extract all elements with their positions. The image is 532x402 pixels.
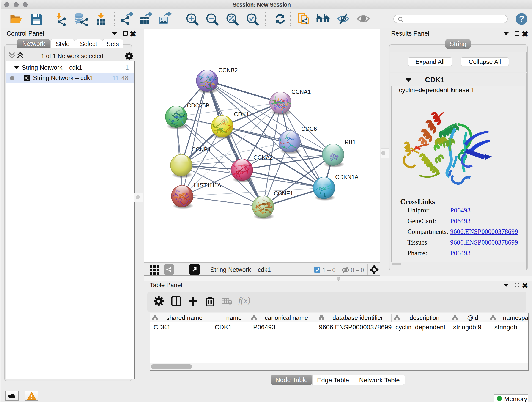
- svg-text:HIST1H1A: HIST1H1A: [194, 182, 221, 188]
- svg-text:CCNA1: CCNA1: [291, 89, 311, 95]
- svg-text:CCNB2: CCNB2: [218, 67, 238, 73]
- svg-text:CCNE1: CCNE1: [274, 190, 293, 197]
- svg-text:CDK1: CDK1: [234, 111, 249, 117]
- svg-text:RB1: RB1: [345, 139, 356, 145]
- svg-text:CCNA2: CCNA2: [253, 154, 273, 161]
- svg-text:CCNB1: CCNB1: [191, 146, 211, 153]
- svg-text:CDKN1A: CDKN1A: [335, 174, 359, 180]
- svg-text:CDC25B: CDC25B: [187, 102, 210, 109]
- svg-text:CDC6: CDC6: [301, 126, 317, 132]
